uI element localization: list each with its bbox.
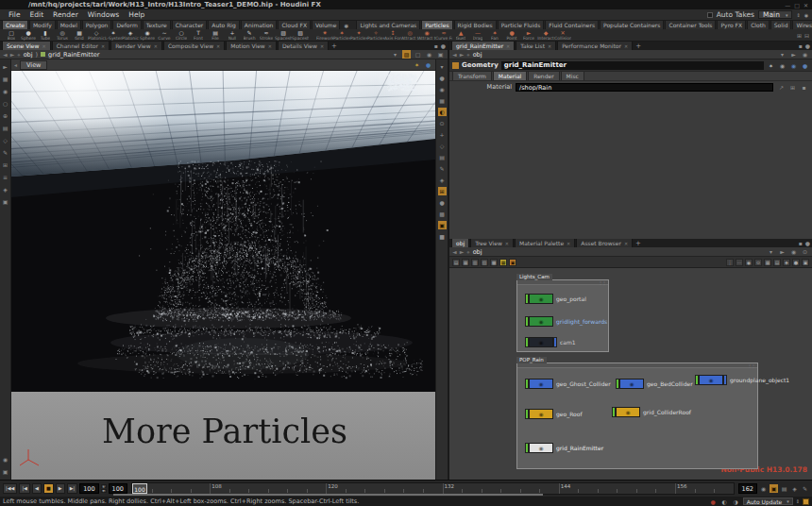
material-row-icon[interactable]: ▪	[800, 83, 808, 92]
shelf-tool-file[interactable]: ▤File	[207, 30, 224, 41]
scene-tab-channel-editor[interactable]: Channel Editor✕	[52, 42, 110, 50]
playbar-option-icon[interactable]: ▣	[770, 484, 778, 493]
shelf-tab-create[interactable]: Create	[2, 21, 28, 29]
shelf-tool-spaceshi[interactable]: ▨Spaceshi	[275, 30, 292, 41]
viewport-tool-icon[interactable]: ►	[1, 62, 9, 71]
display-option-icon[interactable]: ⊞	[438, 187, 447, 195]
playbar-option-icon[interactable]: ✎	[801, 484, 809, 493]
param-tab-take-list[interactable]: Take List✕	[516, 42, 556, 50]
shelf-tool-attract-to-[interactable]: ◉Attract to...	[418, 30, 435, 41]
network-tab-material-palette[interactable]: Material Palette✕	[515, 239, 575, 247]
jump-to-start-button[interactable]: |◀◀	[3, 483, 17, 494]
playbar-option-icon[interactable]: ▤	[780, 484, 788, 493]
network-group-lights_cam[interactable]: Lights_Cam⋮⋮◉geo_portal◉gridlight_forwar…	[516, 279, 609, 352]
scene-tab-render-view[interactable]: Render View✕	[110, 42, 162, 50]
material-row-icon[interactable]: ⊞	[788, 83, 797, 92]
timeline-scrollbar[interactable]	[113, 494, 543, 496]
close-pane-icon[interactable]: ●	[805, 42, 810, 49]
node-geo_portal[interactable]: ◉geo_portal	[525, 294, 586, 304]
scene-path-icon[interactable]: ▨	[402, 50, 411, 59]
status-icon[interactable]: ◐	[720, 498, 729, 506]
shelf-tool-drag[interactable]: —Drag	[469, 30, 486, 41]
shelf-tool-font[interactable]: TFont	[190, 30, 207, 41]
network-editor[interactable]: Non-Public H13.0.178 Lights_Cam⋮⋮◉geo_po…	[449, 268, 812, 480]
shelf-tool-particles-f-[interactable]: ✧Particles f...	[367, 30, 384, 41]
network-tool-icon[interactable]: ▦	[462, 259, 469, 266]
memory-indicator-icon[interactable]	[803, 498, 809, 505]
close-icon[interactable]: ✕	[505, 241, 509, 246]
node-body[interactable]: ◉	[619, 379, 644, 389]
pin-icon[interactable]: ⌖	[466, 248, 469, 256]
param-new-tab-button[interactable]: +	[635, 42, 641, 50]
forward-arrow-icon[interactable]: ►	[10, 51, 15, 58]
shelf-tool-l-system[interactable]: ✶L-System	[105, 30, 122, 41]
viewport-tool-icon[interactable]: ◈	[1, 185, 9, 194]
group-header[interactable]: ⋮⋮	[517, 363, 757, 368]
playbar-option-icon[interactable]: ◉	[759, 484, 768, 493]
network-tool-icon[interactable]: ▤	[452, 259, 460, 266]
close-icon[interactable]: ✕	[506, 43, 510, 49]
status-icon[interactable]: ◑	[732, 498, 740, 506]
node-geo_Roof[interactable]: ◉geo_Roof	[525, 409, 583, 419]
menu-edit[interactable]: Edit	[25, 10, 49, 19]
viewport-tool-icon[interactable]: ▣	[1, 467, 9, 476]
scene-path-icon[interactable]: ▾	[391, 50, 399, 59]
node-header-icon[interactable]: ◉	[789, 61, 798, 70]
material-row-icon[interactable]: ↗	[777, 83, 786, 92]
close-icon[interactable]: ✕	[216, 43, 220, 49]
network-tool-icon[interactable]: ▦	[499, 259, 507, 266]
param-tab-performance-monitor[interactable]: Performance Monitor✕	[557, 42, 633, 50]
node-groundplane_object1[interactable]: ◉groundplane_object1	[695, 375, 789, 385]
display-option-icon[interactable]: ▾	[438, 62, 447, 71]
display-option-icon[interactable]: ◇	[438, 142, 447, 150]
close-icon[interactable]: ✕	[624, 241, 628, 246]
shelf-tool-fireworks[interactable]: ✷Fireworks	[316, 30, 333, 41]
node-name-field[interactable]: grid_RainEmitter	[501, 61, 764, 70]
network-context-tab[interactable]: obj	[451, 239, 469, 247]
shelf-tool-tube[interactable]: ▮Tube	[37, 30, 54, 41]
shelf-tool-particles-f-[interactable]: ✶Particles f...	[333, 30, 350, 41]
auto-takes-checkbox[interactable]	[707, 12, 713, 18]
playhead[interactable]: 100	[132, 483, 147, 494]
param-path-icon[interactable]: ►	[789, 50, 798, 59]
display-option-icon[interactable]: ▤	[438, 153, 447, 161]
network-path-icon[interactable]: ▾	[767, 247, 775, 256]
close-icon[interactable]: ✕	[624, 43, 628, 49]
shelf-tab-texture[interactable]: Texture	[143, 21, 171, 29]
back-arrow-icon[interactable]: ◄	[3, 51, 8, 58]
playbar-option-icon[interactable]: ◈	[790, 484, 799, 493]
node-body[interactable]: ◉	[529, 337, 553, 347]
status-icon[interactable]: ●	[709, 498, 718, 506]
stop-button[interactable]: ■	[43, 483, 54, 494]
play-reverse-button[interactable]: ◀	[32, 483, 42, 494]
shelf-tool-spaceshi[interactable]: ▧Spaceshi	[292, 30, 309, 41]
spinner-icon[interactable]: ⇕	[796, 498, 800, 504]
menu-render[interactable]: Render	[48, 10, 83, 19]
menu-file[interactable]: File	[4, 10, 25, 19]
node-body[interactable]: ◉	[699, 375, 723, 385]
back-arrow-icon[interactable]: ◄	[452, 248, 457, 255]
window-control-icon[interactable]: □	[794, 2, 800, 8]
shelf-tool-sphere[interactable]: ◉Sphere	[139, 30, 156, 41]
close-icon[interactable]: ✕	[567, 241, 570, 246]
network-group-pop_rain[interactable]: POP_Rain⋮⋮◉geo_Ghost_Collider◉geo_BedCol…	[516, 363, 758, 469]
shelf-tool-interact[interactable]: ◆Interact	[537, 30, 554, 41]
param-tab-transform[interactable]: Transform	[452, 71, 492, 80]
viewport-tool-icon[interactable]: ◇	[1, 136, 9, 144]
node-grid_ColliderRoof[interactable]: ◉grid_ColliderRoof	[612, 407, 691, 417]
shelf-tool-gust[interactable]: ▲Gust	[452, 30, 469, 41]
display-option-icon[interactable]: +	[438, 130, 447, 139]
step-back-button[interactable]: |◀	[19, 483, 30, 494]
param-tab-grid_rainemitter[interactable]: grid_RainEmitter✕	[451, 42, 515, 50]
shelf-tool-attract-to-[interactable]: ◎Attract to...	[401, 30, 418, 41]
globe-icon[interactable]: ◉	[804, 12, 808, 18]
breadcrumb-root[interactable]: obj	[24, 51, 33, 59]
shelf-tool-particles-f-[interactable]: ✦Particles f...	[350, 30, 367, 41]
back-arrow-icon[interactable]: ◄	[452, 51, 457, 58]
node-header-icon[interactable]: ◉	[778, 61, 787, 70]
node-gridlight_forwards[interactable]: ◉gridlight_forwards	[525, 316, 607, 327]
range-start-field[interactable]: 100	[109, 483, 127, 494]
shelf-tab-modify[interactable]: Modify	[29, 21, 56, 29]
node-body[interactable]: ◉	[616, 407, 640, 417]
shelf-tool-torus[interactable]: ◎Torus	[54, 30, 71, 41]
